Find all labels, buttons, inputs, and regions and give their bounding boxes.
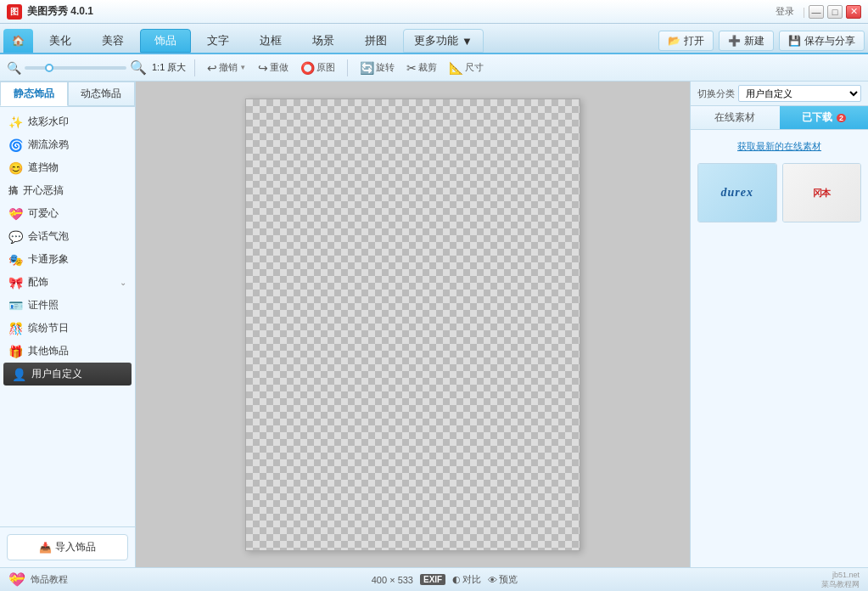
undo-button[interactable]: ↩ 撤销 ▼ — [204, 59, 249, 76]
tab-scene[interactable]: 场景 — [298, 29, 349, 53]
decoration-icon: 🎀 — [8, 276, 23, 290]
sidebar-bottom: 📥 导入饰品 — [0, 526, 135, 567]
login-button[interactable]: 登录 — [770, 3, 799, 20]
tab-mosaic[interactable]: 拼图 — [350, 29, 401, 53]
other-icon: 🎁 — [8, 345, 23, 358]
tab-static-accessories[interactable]: 静态饰品 — [0, 82, 68, 106]
watermark-text: jb51.net菜鸟教程网 — [821, 571, 860, 589]
sidebar-item-prank[interactable]: 搞 开心恶搞 — [0, 179, 135, 202]
main-layout: 静态饰品 动态饰品 ✨ 炫彩水印 🌀 潮流涂鸦 😊 遮挡物 搞 开心恶搞 💝 — [0, 82, 868, 567]
compare-icon: ◐ — [452, 574, 461, 585]
expand-icon: ⌄ — [120, 278, 126, 287]
tab-home[interactable]: 🏠 — [3, 29, 33, 53]
cartoon-icon: 🎭 — [8, 253, 23, 267]
exif-badge[interactable]: EXIF — [420, 574, 445, 585]
sidebar-tabs: 静态饰品 动态饰品 — [0, 82, 135, 107]
category-select[interactable]: 用户自定义 — [738, 85, 861, 102]
right-panel-header: 切换分类 用户自定义 — [691, 82, 868, 106]
zoom-in-icon[interactable]: 🔍 — [130, 59, 147, 76]
material-item-brand2[interactable]: 冈本 — [782, 163, 862, 222]
crop-icon: ✂ — [406, 61, 417, 75]
sidebar-item-cartoon[interactable]: 🎭 卡通形象 — [0, 248, 135, 271]
original-button[interactable]: ⭕ 原图 — [297, 59, 339, 76]
tab-downloaded-materials[interactable]: 已下载 2 — [780, 106, 869, 129]
image-dimensions: 400 × 533 — [372, 575, 413, 585]
zoom-out-icon[interactable]: 🔍 — [7, 61, 21, 75]
status-center: 400 × 533 EXIF ◐ 对比 👁 预览 — [75, 573, 815, 586]
sidebar-item-bubble[interactable]: 💬 会话气泡 — [0, 225, 135, 248]
canvas-area[interactable] — [136, 82, 690, 567]
right-panel: 切换分类 用户自定义 在线素材 已下载 2 获取最新的在线素材 durex 冈本 — [690, 82, 868, 567]
right-tabs: 在线素材 已下载 2 — [691, 106, 868, 130]
close-button[interactable]: ✕ — [846, 5, 861, 19]
get-online-materials-link[interactable]: 获取最新的在线素材 — [697, 137, 861, 156]
tab-beauty[interactable]: 美化 — [35, 29, 86, 53]
separator-2 — [347, 59, 348, 76]
tab-text[interactable]: 文字 — [193, 29, 244, 53]
status-left: 💝 饰品教程 — [8, 571, 68, 588]
water-icon: ✨ — [8, 115, 23, 129]
category-label: 切换分类 — [697, 87, 735, 100]
redo-button[interactable]: ↪ 重做 — [255, 59, 292, 76]
id-photo-icon: 🪪 — [8, 299, 23, 312]
occlusion-icon: 😊 — [8, 161, 23, 175]
online-content: 获取最新的在线素材 durex 冈本 — [691, 130, 868, 567]
sidebar-item-water[interactable]: ✨ 炫彩水印 — [0, 110, 135, 133]
title-bar: 图 美图秀秀 4.0.1 登录 | — □ ✕ — [0, 0, 868, 24]
import-icon: 📥 — [39, 542, 52, 554]
redo-icon: ↪ — [258, 61, 268, 75]
original-icon: ⭕ — [300, 61, 315, 75]
canvas[interactable] — [245, 98, 580, 551]
brand2-logo: 冈本 — [783, 164, 861, 222]
sidebar-item-custom[interactable]: 👤 用户自定义 — [3, 363, 132, 386]
crop-button[interactable]: ✂ 裁剪 — [403, 59, 440, 76]
material-item-durex[interactable]: durex — [697, 163, 777, 222]
tab-online-materials[interactable]: 在线素材 — [691, 106, 780, 129]
sidebar-item-id-photo[interactable]: 🪪 证件照 — [0, 294, 135, 317]
resize-icon: 📐 — [449, 61, 463, 75]
import-accessories-button[interactable]: 📥 导入饰品 — [7, 534, 128, 560]
toolbar: 🔍 🔍 1:1 原大 ↩ 撤销 ▼ ↪ 重做 ⭕ 原图 🔄 旋转 ✂ 裁剪 📐 … — [0, 54, 868, 82]
minimize-button[interactable]: — — [809, 5, 824, 19]
tutorial-link[interactable]: 饰品教程 — [31, 573, 68, 586]
app-title: 美图秀秀 4.0.1 — [27, 4, 93, 19]
tab-more[interactable]: 更多功能 ▼ — [403, 29, 484, 53]
resize-button[interactable]: 📐 尺寸 — [445, 59, 487, 76]
zoom-control: 🔍 🔍 — [7, 59, 147, 76]
sidebar-item-heart[interactable]: 💝 可爱心 — [0, 202, 135, 225]
rotate-button[interactable]: 🔄 旋转 — [356, 59, 398, 76]
festival-icon: 🎊 — [8, 322, 23, 335]
preview-button[interactable]: 👁 预览 — [488, 573, 518, 586]
status-right: jb51.net菜鸟教程网 — [821, 571, 860, 589]
open-button[interactable]: 📂 打开 — [658, 31, 714, 51]
heart-icon: 💝 — [8, 207, 23, 221]
sidebar-items: ✨ 炫彩水印 🌀 潮流涂鸦 😊 遮挡物 搞 开心恶搞 💝 可爱心 💬 会话气 — [0, 107, 135, 526]
compare-button[interactable]: ◐ 对比 — [452, 573, 481, 586]
sidebar-item-occlusion[interactable]: 😊 遮挡物 — [0, 156, 135, 179]
sidebar-item-graffiti[interactable]: 🌀 潮流涂鸦 — [0, 133, 135, 156]
bubble-icon: 💬 — [8, 230, 23, 244]
zoom-thumb — [45, 64, 53, 72]
zoom-label[interactable]: 1:1 原大 — [152, 61, 186, 74]
save-button[interactable]: 💾 保存与分享 — [779, 31, 865, 51]
plus-icon: ➕ — [728, 35, 741, 47]
folder-icon: 📂 — [668, 35, 680, 47]
tab-frame[interactable]: 边框 — [245, 29, 296, 53]
new-button[interactable]: ➕ 新建 — [719, 31, 774, 51]
title-bar-right: 登录 | — □ ✕ — [770, 3, 861, 20]
material-grid: durex 冈本 — [697, 163, 861, 222]
zoom-slider[interactable] — [25, 66, 126, 70]
tab-accessories[interactable]: 饰品 — [140, 29, 191, 53]
tab-animated-accessories[interactable]: 动态饰品 — [68, 82, 136, 106]
tab-facetune[interactable]: 美容 — [87, 29, 138, 53]
undo-dropdown-icon: ▼ — [239, 64, 246, 71]
app-logo: 图 — [7, 4, 22, 20]
title-bar-left: 图 美图秀秀 4.0.1 — [7, 4, 93, 20]
sidebar-item-festival[interactable]: 🎊 缤纷节日 — [0, 317, 135, 340]
preview-icon: 👁 — [488, 575, 497, 585]
maximize-button[interactable]: □ — [827, 5, 843, 19]
rotate-icon: 🔄 — [360, 61, 374, 75]
sidebar-item-other[interactable]: 🎁 其他饰品 — [0, 340, 135, 363]
tutorial-icon: 💝 — [8, 571, 25, 588]
sidebar-item-decoration[interactable]: 🎀 配饰 ⌄ — [0, 271, 135, 294]
